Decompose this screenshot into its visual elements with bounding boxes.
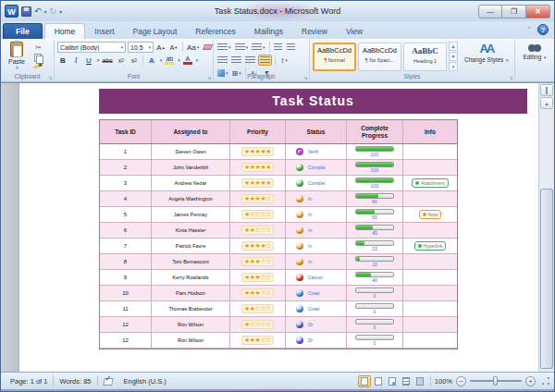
copy-button[interactable] xyxy=(34,54,42,61)
document-page[interactable]: Task Status Task IDAssigned toPrioritySt… xyxy=(19,83,538,372)
clipboard-dialog-launcher[interactable]: ⇘ xyxy=(48,74,53,80)
tab-review[interactable]: Review xyxy=(292,24,337,39)
tab-view[interactable]: View xyxy=(337,24,372,39)
star-rating[interactable]: ★☆☆☆☆ xyxy=(241,210,274,219)
styles-gallery-expand-button[interactable]: ▾ xyxy=(449,62,458,71)
paste-dropdown-icon[interactable]: ▾ xyxy=(16,65,18,70)
highlight-color-button[interactable]: ab xyxy=(164,55,175,66)
editing-button[interactable]: Editing ▾ xyxy=(520,42,549,72)
undo-button[interactable]: ↶ xyxy=(34,5,42,18)
align-right-button[interactable] xyxy=(244,55,256,66)
info-note-button[interactable]: Note xyxy=(419,210,442,219)
tab-file[interactable]: File xyxy=(3,23,43,39)
paragraph-dialog-launcher[interactable]: ⇘ xyxy=(303,74,308,80)
redo-button[interactable]: ↻ xyxy=(50,5,57,18)
star-rating[interactable]: ★★★☆☆ xyxy=(241,288,274,298)
highlight-dropdown-icon[interactable]: ▾ xyxy=(178,57,180,63)
superscript-button[interactable]: x2 xyxy=(129,55,140,66)
star-rating[interactable]: ★★☆☆☆ xyxy=(241,304,274,313)
styles-scroll-up-button[interactable]: ▲ xyxy=(449,42,458,51)
word-app-icon[interactable]: W xyxy=(5,5,18,18)
web-layout-button[interactable] xyxy=(386,375,399,387)
style-chip[interactable]: AaBbCcDd¶ No Spaci... xyxy=(358,43,401,71)
zoom-slider-thumb[interactable] xyxy=(493,376,498,386)
tab-page-layout[interactable]: Page Layout xyxy=(124,24,187,39)
scrollbar-track[interactable] xyxy=(540,110,553,371)
font-dialog-launcher[interactable]: ⇘ xyxy=(207,74,212,80)
info-hyperlink-button[interactable]: Hyperlink xyxy=(414,241,447,251)
word-count[interactable]: Words: 85 xyxy=(54,377,96,386)
font-color-dropdown-icon[interactable]: ▾ xyxy=(196,57,199,63)
change-case-button[interactable]: Aa▾ xyxy=(186,42,200,53)
page-count[interactable]: Page: 1 of 1 xyxy=(5,377,53,386)
increase-indent-button[interactable] xyxy=(286,42,297,53)
zoom-slider[interactable] xyxy=(470,380,522,382)
proofing-status[interactable]: ✓ xyxy=(98,377,118,386)
justify-button[interactable] xyxy=(258,55,272,66)
zoom-out-button[interactable]: − xyxy=(456,376,466,386)
zoom-level[interactable]: 100% xyxy=(435,377,452,386)
align-left-button[interactable] xyxy=(216,55,228,66)
strikethrough-button[interactable]: abc xyxy=(102,55,114,66)
info-attachment-button[interactable]: Attachment xyxy=(412,178,448,188)
italic-button[interactable]: I xyxy=(70,55,81,66)
font-name-select[interactable]: Calibri (Body) ▾ xyxy=(57,42,126,53)
ruler-toggle-button[interactable] xyxy=(540,84,553,96)
tab-mailings[interactable]: Mailings xyxy=(245,24,292,39)
resize-grip[interactable] xyxy=(541,376,550,386)
star-rating[interactable]: ★★★★★ xyxy=(241,147,274,156)
paste-button[interactable]: Paste ▾ xyxy=(4,42,30,72)
star-rating[interactable]: ★★☆☆☆ xyxy=(241,226,274,235)
star-rating[interactable]: ★★★☆☆ xyxy=(241,257,274,266)
minimize-ribbon-icon[interactable]: ⌃ xyxy=(526,26,532,33)
subscript-button[interactable]: x2 xyxy=(116,55,127,66)
style-chip[interactable]: AaBbCcDd¶ Normal xyxy=(313,43,356,71)
format-painter-button[interactable] xyxy=(33,63,43,69)
font-color-button[interactable]: A xyxy=(182,55,193,66)
clear-formatting-button[interactable] xyxy=(203,44,213,50)
decrease-indent-button[interactable] xyxy=(273,42,284,53)
change-styles-button[interactable]: AA Change Styles ▾ xyxy=(462,42,512,72)
align-center-button[interactable] xyxy=(230,55,242,66)
text-effects-dropdown-icon[interactable]: ▾ xyxy=(160,57,163,63)
zoom-in-button[interactable]: + xyxy=(525,376,536,386)
style-chip[interactable]: AaBbCHeading 1 xyxy=(403,43,447,71)
grow-font-button[interactable]: A▲ xyxy=(155,42,166,53)
close-button[interactable]: ✕ xyxy=(526,5,550,18)
bullets-button[interactable]: ▾ xyxy=(216,42,232,53)
help-button[interactable]: ? xyxy=(537,24,549,35)
tab-insert[interactable]: Insert xyxy=(85,24,123,39)
star-rating[interactable]: ★★★☆☆ xyxy=(241,336,274,345)
numbering-button[interactable]: ▾ xyxy=(234,42,250,53)
star-rating[interactable]: ★☆☆☆☆ xyxy=(241,320,274,329)
vertical-scrollbar[interactable]: ▲ xyxy=(538,83,554,372)
draft-button[interactable] xyxy=(413,375,426,387)
bold-button[interactable]: B xyxy=(57,55,68,66)
underline-button[interactable]: U xyxy=(83,55,94,66)
star-rating[interactable]: ★★★★☆ xyxy=(241,194,274,203)
scroll-up-button[interactable]: ▲ xyxy=(540,97,553,109)
text-effects-button[interactable]: A xyxy=(146,55,157,66)
full-screen-reading-button[interactable] xyxy=(372,375,385,387)
styles-dialog-launcher[interactable]: ⇘ xyxy=(509,74,513,80)
qat-customize-button[interactable]: ▾ xyxy=(59,8,62,15)
scrollbar-thumb[interactable] xyxy=(540,189,553,369)
save-button[interactable] xyxy=(21,6,31,17)
font-size-select[interactable]: 10.5 ▾ xyxy=(128,42,154,53)
maximize-button[interactable]: ❐ xyxy=(502,5,526,18)
cut-button[interactable]: ✂ xyxy=(32,43,44,52)
outline-button[interactable] xyxy=(400,375,413,387)
star-rating[interactable]: ★★★★★ xyxy=(241,178,274,188)
tab-references[interactable]: References xyxy=(186,24,244,39)
print-layout-button[interactable] xyxy=(358,375,371,387)
underline-dropdown-icon[interactable]: ▾ xyxy=(97,57,100,63)
minimize-button[interactable]: — xyxy=(478,5,502,18)
star-rating[interactable]: ★★★★☆ xyxy=(241,241,274,251)
star-rating[interactable]: ★★★☆☆ xyxy=(241,273,274,282)
undo-dropdown-icon[interactable]: ▾ xyxy=(44,8,47,15)
shrink-font-button[interactable]: A▼ xyxy=(168,42,179,53)
line-spacing-button[interactable]: ↕▾ xyxy=(278,55,290,66)
star-rating[interactable]: ★★★★★ xyxy=(241,163,274,172)
tab-home[interactable]: Home xyxy=(44,23,86,39)
multilevel-list-button[interactable]: ▾ xyxy=(251,42,266,53)
